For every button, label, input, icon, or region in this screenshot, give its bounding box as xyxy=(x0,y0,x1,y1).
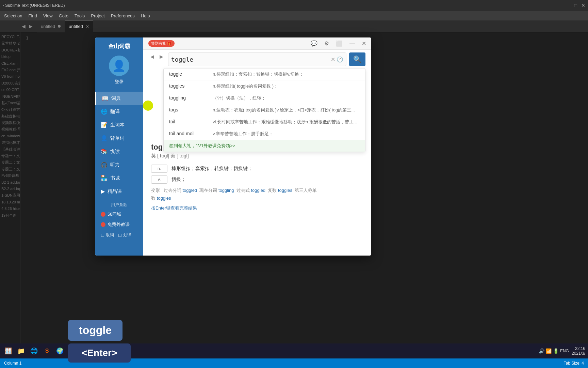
forms-present-label: 现在分词 xyxy=(198,188,217,193)
suggestion-togs[interactable]: togs n.运动衣；衣服( tog的名词复数 )v.绘穿上，<口>穿衣，打扮(… xyxy=(164,104,365,116)
tab-1-dot xyxy=(58,25,61,28)
menu-project[interactable]: Project xyxy=(88,13,107,19)
sidebar-item: D20000实施 xyxy=(0,80,20,87)
suggestion-toil-and-moil[interactable]: toil and moil v.辛辛苦苦地工作；胼手胝足； xyxy=(164,128,365,140)
dict-promo[interactable]: 签到领大礼，1V1外教课免费领>> xyxy=(164,140,365,152)
dict-user-terms[interactable]: 用户条款 xyxy=(105,201,133,209)
dict-pos-row-v: v. 切换； xyxy=(151,175,363,184)
suggestion-toggles[interactable]: toggles n.棒形纽扣( toggle的名词复数 )； xyxy=(164,80,365,92)
jingpinke-icon: ▶ xyxy=(101,188,105,195)
partner-dot-1 xyxy=(101,212,105,217)
dict-avatar: 👤 xyxy=(109,56,129,76)
sidebar-item: bktop xyxy=(0,53,20,60)
dict-huayi-action[interactable]: ☐划译 xyxy=(118,232,131,238)
dict-partner-free[interactable]: 免费外教课 xyxy=(95,219,143,230)
promo-text: 签到领大礼，1V1外教课免费领>> xyxy=(169,143,235,148)
dict-suggestions: toggle n.棒形纽扣；套索扣；转换键；切换键v.切换； toggles n… xyxy=(163,68,365,152)
tab-1[interactable]: untitled xyxy=(37,20,65,32)
dict-popup: 金山词霸 👤 登录 📖 词典 🌐 翻译 📝 生词本 👤 背单词 📚 悦读 🎧 听… xyxy=(95,37,371,256)
sidebar-item: 专题三：文 xyxy=(0,166,20,172)
dict-signin-badge[interactable]: 签到有礼 🎁 xyxy=(148,40,175,47)
dict-result: toggle ⊞ 英 [ tɒgl] 美 [ tɑgl] n. 棒形纽扣；套索扣… xyxy=(143,137,371,256)
dict-nav-yuedu[interactable]: 📚 悦读 xyxy=(95,145,143,158)
taskbar-chrome[interactable]: 🌍 xyxy=(54,346,65,356)
status-tab-size: Tab Size: 4 xyxy=(564,361,584,366)
dict-quci-action[interactable]: ☐取词 xyxy=(101,232,114,238)
menu-tools[interactable]: Tools xyxy=(72,13,87,19)
dict-nav-cidian[interactable]: 📖 词典 xyxy=(95,92,143,105)
forms-toggles[interactable]: toggles xyxy=(278,188,292,193)
menu-view[interactable]: View xyxy=(40,13,55,19)
search-input-wrap[interactable]: ✕ 🕐 xyxy=(168,52,346,66)
title-bar-controls: — □ ✕ xyxy=(566,3,585,8)
forms-toggling[interactable]: toggling xyxy=(218,188,234,193)
taskbar-edge[interactable]: 🌐 xyxy=(29,346,39,356)
dict-nav-jingpinke[interactable]: ▶ 精品课 xyxy=(95,185,143,198)
minimize-btn[interactable]: — xyxy=(566,3,570,8)
tab-2-close[interactable]: ✕ xyxy=(86,24,89,29)
dict-nav-fanyi[interactable]: 🌐 翻译 xyxy=(95,105,143,118)
dict-expand-btn[interactable]: ⬜ xyxy=(334,40,345,47)
taskbar-sublime[interactable]: S xyxy=(42,346,52,356)
dict-login-label[interactable]: 登录 xyxy=(115,79,124,85)
suggestion-word: toil xyxy=(169,119,210,125)
dict-nav-shengciben[interactable]: 📝 生词本 xyxy=(95,118,143,132)
menu-selection[interactable]: Selection xyxy=(1,13,25,19)
sidebar-item: 【基础演讲】 xyxy=(0,146,20,153)
dict-close-btn[interactable]: ✕ xyxy=(360,40,368,47)
menu-preferences[interactable]: Preferences xyxy=(108,13,137,19)
suggestion-toil[interactable]: toil vi.长时间或辛苦地工作；艰难缓慢地移动；跋涉n.报酬很低的苦活，苦工… xyxy=(164,116,365,128)
sidebar-item: INGEN网络故 xyxy=(0,93,20,100)
sidebar-item: Pv6协议基 xyxy=(0,172,20,179)
search-input[interactable] xyxy=(171,56,331,63)
dict-comment-btn[interactable]: 💬 xyxy=(309,40,320,47)
dict-minimize-btn[interactable]: — xyxy=(347,40,357,47)
dict-nav-tingli[interactable]: 🎧 听力 xyxy=(95,158,143,171)
tab-2[interactable]: untitled ✕ xyxy=(65,20,93,32)
shucheng-icon: 🏪 xyxy=(101,175,108,181)
yuedu-icon: 📚 xyxy=(101,148,108,155)
suggestion-toggling[interactable]: toggling （计）切换（法），纽转； xyxy=(164,92,365,104)
menu-find[interactable]: Find xyxy=(26,13,39,19)
dict-sidebar: 金山词霸 👤 登录 📖 词典 🌐 翻译 📝 生词本 👤 背单词 📚 悦读 🎧 听… xyxy=(95,37,143,256)
sidebar-item: CEL xlam xyxy=(0,60,20,67)
dict-settings-btn[interactable]: ⚙ xyxy=(322,40,331,47)
maximize-btn[interactable]: □ xyxy=(574,3,577,8)
dict-nav-shucheng[interactable]: 🏪 书城 xyxy=(95,171,143,185)
suggestion-def: v.辛辛苦苦地工作；胼手胝足； xyxy=(213,131,273,137)
menu-help[interactable]: Help xyxy=(138,13,153,19)
forms-toggled-1[interactable]: toggled xyxy=(182,188,197,193)
dict-partner-58[interactable]: 58同城 xyxy=(95,209,143,219)
tab-prev-btn[interactable]: ◀ xyxy=(20,23,27,30)
check-full-link[interactable]: 按Enter键查看完整结果 xyxy=(151,205,197,211)
clock-time: 22:16 xyxy=(572,346,585,351)
forms-toggled-2[interactable]: toggled xyxy=(251,188,265,193)
status-right: Tab Size: 4 xyxy=(564,361,584,366)
search-clear-icon[interactable]: ✕ xyxy=(331,56,335,63)
sidebar-item: B2-2 acl.log xyxy=(0,186,20,192)
search-icon: 🔍 xyxy=(353,55,362,63)
taskbar-right: 🔊 📶 🔋 ENG 22:16 2021/3/ xyxy=(539,346,585,356)
dict-nav-beidanci[interactable]: 👤 背单词 xyxy=(95,132,143,145)
clock-date: 2021/3/ xyxy=(572,351,585,356)
search-button[interactable]: 🔍 xyxy=(349,52,365,66)
search-forward-btn[interactable]: ▶ xyxy=(158,52,165,66)
tab-next-btn[interactable]: ▶ xyxy=(28,23,34,30)
search-back-btn[interactable]: ◀ xyxy=(148,52,156,66)
tab-bar: ◀ ▶ untitled untitled ✕ xyxy=(0,20,588,32)
forms-toggles-2[interactable]: toggles xyxy=(157,196,171,201)
dict-phonetics: 英 [ tɒgl] 美 [ tɑgl] xyxy=(151,153,363,159)
sidebar-item: 基-(Excel基 xyxy=(0,100,20,106)
clock: 22:16 2021/3/ xyxy=(572,346,585,356)
close-btn[interactable]: ✕ xyxy=(581,3,585,8)
suggestion-def: n.棒形纽扣；套索扣；转换键；切换键v.切换； xyxy=(213,71,304,77)
sidebar-item: 虚拟化技才 xyxy=(0,139,20,146)
partner-label-1: 58同城 xyxy=(108,211,121,217)
menu-goto[interactable]: Goto xyxy=(56,13,71,19)
taskbar-start[interactable]: 🪟 xyxy=(3,346,14,356)
search-history-icon[interactable]: 🕐 xyxy=(337,56,343,63)
suggestion-toggle[interactable]: toggle n.棒形纽扣；套索扣；转换键；切换键v.切换； xyxy=(164,68,365,80)
huayi-label: 划译 xyxy=(123,232,131,238)
taskbar-explorer[interactable]: 📁 xyxy=(16,346,27,356)
sidebar-item: EV2.one (千 xyxy=(0,67,20,73)
